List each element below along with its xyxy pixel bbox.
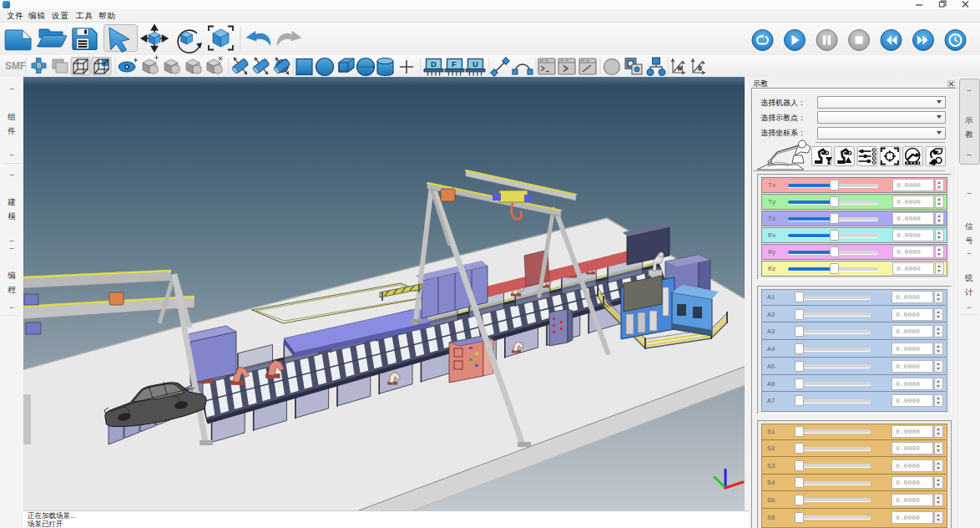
svg-text:U: U xyxy=(472,59,478,69)
svg-text:M: M xyxy=(678,65,683,71)
svg-text:S: S xyxy=(698,65,702,71)
svg-text:D: D xyxy=(431,59,437,69)
svg-text:SMF: SMF xyxy=(5,60,26,72)
svg-text:F: F xyxy=(452,59,457,69)
